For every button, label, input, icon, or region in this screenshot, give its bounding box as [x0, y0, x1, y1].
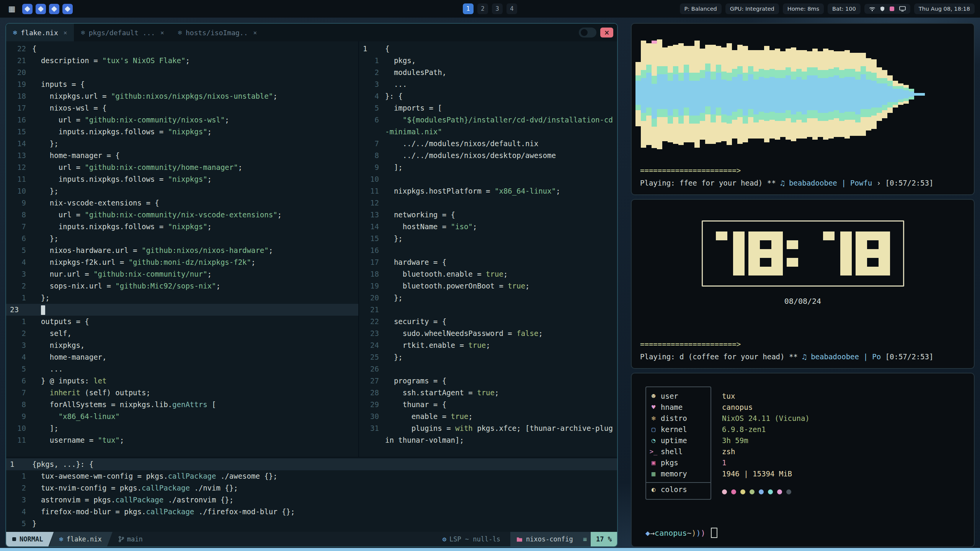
code-text: ...	[385, 78, 617, 90]
clock-pill: Thu Aug 08, 18:18	[914, 3, 975, 14]
wave-column	[769, 30, 775, 158]
code-line: 17 nixos-wsl = {	[6, 102, 358, 114]
nix-flake-icon: ❄	[13, 29, 17, 36]
top-bar-right: P: BalancedGPU: IntegratedHome: 8msBat: …	[680, 3, 975, 14]
taskbar-app-icon[interactable]	[49, 4, 59, 14]
line-number: 11	[359, 185, 385, 197]
line-number: 19	[359, 280, 385, 292]
line-number: 25	[359, 351, 385, 363]
pane-bottom[interactable]: 1{pkgs, ...}: {1 tux-awesome-wm-config =…	[6, 458, 617, 532]
line-number: 9	[6, 197, 32, 209]
shell-prompt[interactable]: ◆ → canopus ~ )))	[645, 528, 717, 538]
line-number: 8	[359, 150, 385, 161]
code-line: 19 bluetooth.powerOnBoot = true;	[359, 280, 617, 292]
code-text: networking = {	[385, 209, 617, 221]
code-text: nixpkgs,	[32, 339, 358, 351]
code-text	[385, 245, 617, 256]
code-text: outputs = {	[32, 316, 358, 328]
code-text: url = "github:nix-community/nixos-wsl";	[32, 114, 358, 126]
code-line: 7 inputs.nixpkgs.follows = "nixpkgs";	[6, 221, 358, 233]
fetch-window: ☻user♥hname❄distro▢kernel◔uptime>_shell▣…	[631, 373, 975, 547]
workspace-button-3[interactable]: 3	[492, 3, 503, 14]
code-text: bluetooth.powerOnBoot = true;	[385, 280, 617, 292]
line-number: 2	[6, 482, 32, 494]
tab-hosts-isoImag..[interactable]: ❄hosts/isoImag..×	[171, 24, 264, 41]
code-line: 8 ../../modules/nixos/desktop/awesome	[359, 150, 617, 161]
code-text: imports = [	[385, 102, 617, 114]
fetch-value-uptime: 3h 59m	[722, 435, 810, 446]
code-line: 15 inputs.nixpkgs.follows = "nixpkgs";	[6, 126, 358, 138]
code-line: 3 nur.url = "github:nix-community/nur";	[6, 268, 358, 280]
wave-column	[786, 30, 791, 158]
code-text: };	[385, 292, 617, 304]
code-line: 1 };	[6, 292, 358, 304]
code-text: {pkgs, ...}: {	[32, 458, 617, 470]
code-text: description = "tux's NixOS Flake";	[32, 55, 358, 67]
wave-column	[753, 30, 759, 158]
top-bar: ▦ 1234 P: BalancedGPU: IntegratedHome: 8…	[0, 0, 980, 18]
code-text: thunar = {	[385, 399, 617, 411]
tab-flake.nix[interactable]: ❄flake.nix×	[6, 24, 74, 41]
clock-status: ======================> Playing: d (coff…	[640, 339, 965, 362]
launcher-grid-icon[interactable]: ▦	[5, 4, 18, 13]
wave-column	[791, 30, 796, 158]
shield-icon[interactable]	[880, 6, 885, 11]
code-text: inputs = {	[32, 78, 358, 90]
code-line: 16 url = "github:nix-community/nixos-wsl…	[6, 114, 358, 126]
code-line: 5}	[6, 518, 617, 530]
line-number: 10	[6, 185, 32, 197]
code-text: ];	[385, 161, 617, 173]
code-line: 17 hardware = {	[359, 256, 617, 268]
workspace-button-4[interactable]: 4	[506, 3, 517, 14]
code-text: nix-vscode-extensions = {	[32, 197, 358, 209]
status-pill: GPU: Integrated	[725, 3, 779, 14]
workspace-button-1[interactable]: 1	[463, 3, 474, 14]
monitor-icon[interactable]	[899, 6, 906, 11]
line-number: 1	[6, 316, 32, 328]
code-text: programs = {	[385, 375, 617, 387]
taskbar-app-icon[interactable]	[36, 4, 46, 14]
wave-column	[914, 30, 920, 158]
fetch-label: hname	[661, 403, 683, 411]
fetch-value-user: tux	[722, 390, 810, 401]
taskbar-app-icon[interactable]	[62, 4, 73, 14]
text-segment: ♫ beabadoobee | Po	[802, 352, 881, 361]
code-line: 29 thunar = {	[359, 399, 617, 411]
swatch-icon[interactable]	[889, 6, 895, 11]
workspaces: 1234	[463, 3, 517, 14]
separator-line: ======================>	[640, 165, 965, 176]
window-close-button[interactable]: ×	[600, 28, 613, 37]
line-number: 4	[6, 256, 32, 268]
pane-left[interactable]: 22{21 description = "tux's NixOS Flake";…	[6, 41, 358, 457]
code-text: url = "github:nix-community/home-manager…	[32, 161, 358, 173]
code-line: 6 } @ inputs: let	[6, 375, 358, 387]
wave-column	[903, 30, 909, 158]
code-text: inherit (self) outputs;	[32, 387, 358, 399]
line-number: 15	[359, 233, 385, 245]
wave-column	[796, 30, 802, 158]
fetch-row-memory: ▦memory	[646, 468, 710, 479]
line-number: 23	[6, 304, 32, 316]
tab-close-icon[interactable]: ×	[64, 29, 67, 36]
tab-pkgs-default-...[interactable]: ❄pkgs/default ...×	[74, 24, 171, 41]
tab-close-icon[interactable]: ×	[253, 29, 257, 36]
code-line: 1 tux-awesome-wm-config = pkgs.callPacka…	[6, 470, 617, 482]
wave-column	[732, 30, 737, 158]
code-line: 14 hostName = "iso";	[359, 221, 617, 233]
theme-toggle[interactable]	[579, 28, 596, 37]
vim-mode-indicator: NORMAL	[6, 532, 54, 546]
taskbar-app-icon[interactable]	[22, 4, 33, 14]
prompt-icon: ◆	[645, 528, 650, 538]
pane-right[interactable]: 1{1 pkgs,2 modulesPath,3 ...4}: {5 impor…	[359, 41, 617, 457]
wave-column	[737, 30, 743, 158]
wifi-icon[interactable]	[869, 7, 875, 11]
line-number: 11	[6, 173, 32, 185]
tab-close-icon[interactable]: ×	[160, 29, 164, 36]
code-line: 18 bluetooth.enable = true;	[359, 268, 617, 280]
code-line: 30 enable = true;	[359, 411, 617, 422]
wave-column	[641, 30, 646, 158]
code-text: self,	[32, 328, 358, 339]
branch-icon	[119, 536, 124, 542]
workspace-button-2[interactable]: 2	[477, 3, 488, 14]
line-number: 22	[6, 43, 32, 55]
